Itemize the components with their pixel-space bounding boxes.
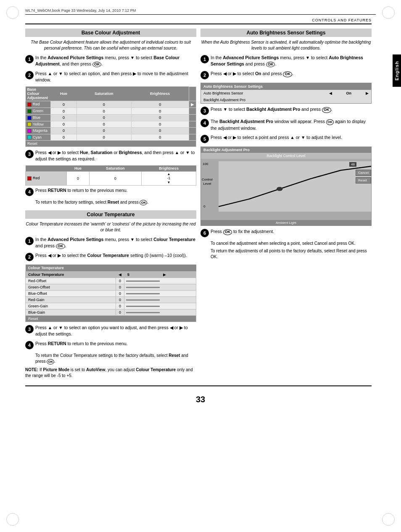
colour-temperature-intro: Colour Temperature increases the 'warmth… bbox=[25, 221, 196, 233]
abs-row1-value: On bbox=[335, 90, 363, 97]
abs-step-text-3: Press ▼ to select Backlight Adjustment P… bbox=[211, 106, 372, 113]
ct-step-4: 4 Press RETURN to return to the previous… bbox=[25, 341, 196, 349]
chart-label-100: 100 bbox=[203, 162, 208, 166]
backlight-chart-subtitle: Backlight Control Level bbox=[201, 153, 371, 159]
step-text-1: In the Advanced Picture Settings menu, p… bbox=[35, 55, 196, 67]
base-colour-adjustment-intro: The Base Colour Adjustment feature allow… bbox=[25, 39, 196, 51]
abs-step-text-6: Press OK to fix the adjustment. bbox=[211, 228, 372, 235]
step-text-2: Press ▲ or ▼ to select an option, and th… bbox=[35, 71, 196, 83]
abs-step-3: 3 Press ▼ to select Backlight Adjustment… bbox=[200, 106, 372, 115]
base-colour-adjustment-title: Base Colour Adjustment bbox=[25, 29, 196, 37]
base-colour-table: Base Colour Adjustment Hue Saturation Br… bbox=[25, 86, 196, 147]
abs-cancel-subtext: To cancel the adjustment when selecting … bbox=[211, 241, 372, 246]
table-header-hue: Hue bbox=[51, 86, 77, 101]
chart-label-0: 0 bbox=[203, 204, 205, 208]
svg-point-0 bbox=[277, 187, 283, 191]
ct-subtext-1: To return the Colour Temperature setting… bbox=[35, 353, 196, 364]
mini-hue-header-hue: Hue bbox=[67, 165, 90, 172]
abs-step-num-6: 6 bbox=[200, 229, 209, 237]
corner-decoration-tr bbox=[382, 6, 395, 19]
table-row-reset: Reset bbox=[26, 141, 196, 147]
abs-step-2: 2 Press ◀ or ▶ to select On and press OK… bbox=[200, 71, 372, 79]
red-hue: 0 bbox=[51, 101, 77, 108]
corner-decoration-bl bbox=[6, 513, 19, 526]
step-num-1: 1 bbox=[25, 55, 34, 63]
red-sat: 0 bbox=[77, 101, 131, 108]
abs-step-6: 6 Press OK to fix the adjustment. bbox=[200, 228, 372, 237]
step-num-3: 3 bbox=[25, 150, 34, 158]
reset-button[interactable]: Reset bbox=[356, 177, 371, 183]
auto-brightness-intro: When the Auto Brightness Sensor is activ… bbox=[200, 39, 372, 51]
abs-step-text-1: In the Advanced Picture Settings menu, p… bbox=[211, 55, 372, 67]
base-step-1: 1 In the Advanced Picture Settings menu,… bbox=[25, 55, 196, 67]
abs-arrow-left: ◀ bbox=[327, 90, 335, 97]
abs-step-1: 1 In the Advanced Picture Settings menu,… bbox=[200, 55, 372, 67]
abs-step-num-5: 5 bbox=[200, 135, 209, 143]
backlight-chart: Backlight Adjustment Pro Backlight Contr… bbox=[200, 147, 372, 226]
abs-arrow-right: ▶ bbox=[363, 90, 372, 97]
file-info: WL74_WebOM.book Page 33 Wednesday, July … bbox=[25, 8, 136, 13]
abs-step-text-4: The Backlight Adjustment Pro window will… bbox=[211, 118, 372, 131]
ct-step-num-4: 4 bbox=[25, 341, 34, 349]
colour-temperature-title: Colour Temperature bbox=[25, 210, 196, 219]
bottom-separator bbox=[25, 385, 372, 386]
mini-red-bright: ▲ -1 ▼ bbox=[141, 171, 196, 185]
ct-step-text-2: Press ◀ or ▶ to select the Colour Temper… bbox=[35, 252, 196, 259]
auto-brightness-section: Auto Brightness Sensor Settings When the… bbox=[200, 29, 372, 260]
mini-hue-header-bright: Brightness bbox=[141, 165, 196, 172]
abs-step-num-3: 3 bbox=[200, 107, 209, 115]
red-bright: 0 bbox=[131, 101, 189, 108]
colour-temperature-section: Colour Temperature Colour Temperature in… bbox=[25, 210, 196, 379]
table-row-cyan: Cyan 000 bbox=[26, 134, 196, 141]
table-row-yellow: Yellow 000 bbox=[26, 121, 196, 128]
abs-step-5: 5 Press ◀ or ▶ to select a point and pre… bbox=[200, 134, 372, 143]
main-content: Base Colour Adjustment The Base Colour A… bbox=[25, 29, 372, 381]
table-header-bright: Brightness bbox=[131, 86, 189, 101]
abs-step-4: 4 The Backlight Adjustment Pro window wi… bbox=[200, 118, 372, 131]
language-tab: English bbox=[393, 55, 401, 87]
cancel-button[interactable]: Cancel bbox=[356, 170, 371, 176]
ct-step-1: 1 In the Advanced Picture Settings menu,… bbox=[25, 236, 196, 249]
step-num-4: 4 bbox=[25, 188, 34, 196]
abs-step-num-2: 2 bbox=[200, 71, 209, 79]
corner-decoration-tl bbox=[6, 6, 19, 19]
abs-row1-label: Auto Brightness Sensor bbox=[201, 90, 327, 97]
mini-red-hue: 0 bbox=[67, 171, 90, 185]
base-colour-adjustment-section: Base Colour Adjustment The Base Colour A… bbox=[25, 29, 196, 205]
abs-step-num-1: 1 bbox=[200, 55, 209, 63]
abs-row2-label: Backlight Adjustment Pro bbox=[201, 97, 372, 104]
abs-table: Auto Brightness Sensor Settings Auto Bri… bbox=[200, 83, 372, 104]
ct-step-text-3: Press ▲ or ▼ to select an option you wan… bbox=[35, 325, 196, 337]
base-subtext: To return to the factory settings, selec… bbox=[35, 199, 196, 205]
abs-reset-subtext: To return the adjustments of all points … bbox=[211, 248, 372, 260]
ct-step-text-4: Press RETURN to return to the previous m… bbox=[35, 341, 196, 347]
page-number: 33 bbox=[8, 395, 393, 404]
base-step-4: 4 Press RETURN to return to the previous… bbox=[25, 187, 196, 196]
ct-step-text-1: In the Advanced Picture Settings menu, p… bbox=[35, 236, 196, 249]
step-text-4: Press RETURN to return to the previous m… bbox=[35, 187, 196, 194]
ct-step-num-2: 2 bbox=[25, 253, 34, 261]
chart-svg bbox=[219, 161, 371, 212]
corner-decoration-br bbox=[382, 513, 395, 526]
table-header-sat: Saturation bbox=[77, 86, 131, 101]
mini-hue-table: Hue Saturation Brightness Red 0 0 ▲ -1 ▼ bbox=[25, 165, 196, 186]
auto-brightness-title: Auto Brightness Sensor Settings bbox=[200, 29, 372, 37]
step-num-2: 2 bbox=[25, 71, 34, 79]
left-column: Base Colour Adjustment The Base Colour A… bbox=[25, 29, 196, 381]
abs-step-num-4: 4 bbox=[200, 119, 209, 127]
table-row-magenta: Magenta 000 bbox=[26, 128, 196, 134]
table-row-green: Green 000 bbox=[26, 108, 196, 115]
ambient-light-label: Ambient Light bbox=[201, 220, 371, 225]
base-step-3: 3 Press ◀ or ▶ to select Hue, Saturation… bbox=[25, 149, 196, 162]
ct-note: NOTE: If Picture Mode is set to AutoView… bbox=[25, 367, 196, 379]
abs-step-text-5: Press ◀ or ▶ to select a point and press… bbox=[211, 134, 372, 141]
table-row-red: Red 0 0 0 ▶ bbox=[26, 101, 196, 108]
table-row-blue: Blue 000 bbox=[26, 114, 196, 121]
section-header: CONTROLS AND FEATURES bbox=[25, 18, 372, 24]
mini-hue-header-sat: Saturation bbox=[89, 165, 141, 172]
ct-step-num-3: 3 bbox=[25, 325, 34, 333]
ct-step-3: 3 Press ▲ or ▼ to select an option you w… bbox=[25, 325, 196, 337]
right-column: Auto Brightness Sensor Settings When the… bbox=[200, 29, 372, 381]
ct-step-num-1: 1 bbox=[25, 237, 34, 245]
step-text-3: Press ◀ or ▶ to select Hue, Saturation o… bbox=[35, 149, 196, 162]
